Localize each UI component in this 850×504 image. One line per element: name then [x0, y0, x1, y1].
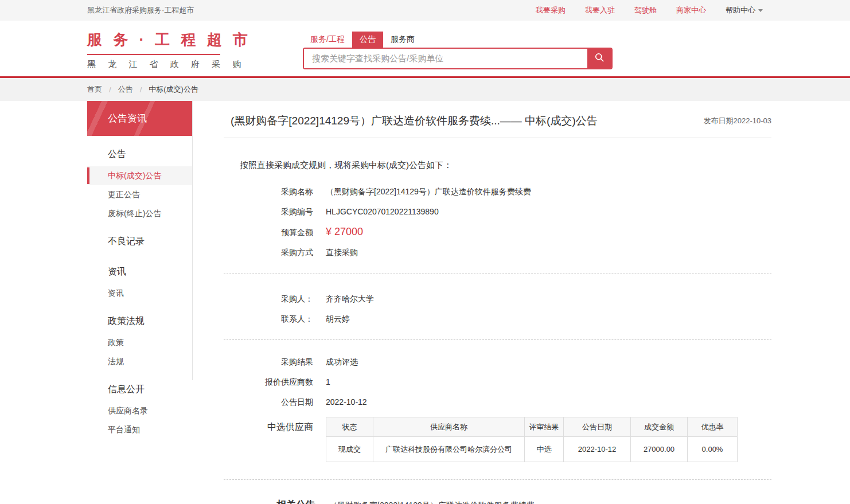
related-announcement-link[interactable]: （黑财购备字[2022]14129号）广联达造价软件服务费续费	[329, 501, 535, 504]
sidebar-heading-disclosure[interactable]: 信息公开	[87, 376, 192, 401]
publish-date: 发布日期2022-10-03	[704, 116, 772, 126]
field-value: （黑财购备字[2022]14129号）广联达造价软件服务费续费	[326, 186, 531, 197]
breadcrumb-home[interactable]: 首页	[87, 84, 102, 95]
section-result: 采购结果 成功评选 报价供应商数 1 公告日期 2022-10-12 中选供应商…	[224, 340, 771, 479]
article-head: (黑财购备字[2022]14129号）广联达造价软件服务费续...—— 中标(成…	[224, 101, 771, 138]
sidebar-heading-bad-records[interactable]: 不良记录	[87, 228, 192, 253]
sidebar-item-policy[interactable]: 政策	[87, 333, 192, 352]
search-block: 服务/工程 公告 服务商	[303, 32, 613, 69]
section-contact: 采购人： 齐齐哈尔大学 联系人： 胡云婷	[224, 274, 771, 339]
field-purchaser: 采购人： 齐齐哈尔大学	[240, 293, 771, 304]
search-input[interactable]	[304, 49, 587, 68]
logo-subtitle: 黑 龙 江 省 政 府 采 购	[87, 59, 220, 70]
site-name: 黑龙江省政府采购服务·工程超市	[87, 5, 194, 15]
link-i-want-to-join[interactable]: 我要入驻	[585, 5, 615, 15]
table-row: 现成交 广联达科技股份有限公司哈尔滨分公司 中选 2022-10-12 2700…	[326, 437, 738, 462]
link-i-want-to-procure[interactable]: 我要采购	[536, 5, 566, 15]
sidebar-heading-policies[interactable]: 政策法规	[87, 307, 192, 333]
col-supplier-name: 供应商名称	[373, 417, 525, 437]
breadcrumb-announcements[interactable]: 公告	[118, 84, 133, 95]
sidebar-item-award-announcements[interactable]: 中标(成交)公告	[87, 166, 192, 185]
col-discount-rate: 优惠率	[688, 417, 738, 437]
search-tab-suppliers[interactable]: 服务商	[383, 32, 422, 48]
field-label: 采购编号	[240, 206, 313, 217]
budget-amount-value: ¥ 27000	[326, 226, 363, 237]
breadcrumb-separator: /	[140, 85, 142, 94]
sidebar-group-disclosure: 信息公开 供应商名录 平台通知	[87, 376, 192, 439]
section-basic-info: 按照直接采购成交规则，现将采购中标(成交)公告如下： 采购名称 （黑财购备字[2…	[224, 138, 771, 273]
field-value: 胡云婷	[326, 313, 350, 325]
section-related: 相关公告 （黑财购备字[2022]14129号）广联达造价软件服务费续费	[224, 480, 771, 504]
field-value: 直接采购	[326, 247, 358, 258]
link-help-center[interactable]: 帮助中心	[726, 5, 763, 15]
col-review-result: 评审结果	[525, 417, 564, 437]
field-label: 采购人：	[240, 293, 313, 304]
field-value: 成功评选	[326, 356, 358, 368]
article: (黑财购备字[2022]14129号）广联达造价软件服务费续...—— 中标(成…	[224, 101, 771, 504]
sidebar-heading-news[interactable]: 资讯	[87, 258, 192, 284]
field-supplier-count: 报价供应商数 1	[240, 376, 771, 388]
field-procurement-number: 采购编号 HLJGCYC02070120221139890	[240, 206, 771, 217]
top-utility-bar: 黑龙江省政府采购服务·工程超市 我要采购 我要入驻 驾驶舱 商家中心 帮助中心	[0, 0, 850, 21]
selected-supplier-label: 中选供应商	[240, 421, 313, 433]
field-label: 采购结果	[240, 356, 313, 368]
breadcrumb: 首页 / 公告 / 中标(成交)公告	[0, 78, 850, 101]
sidebar-group-news: 资讯 资讯	[87, 258, 192, 303]
page-title: (黑财购备字[2022]14129号）广联达造价软件服务费续...—— 中标(成…	[231, 114, 598, 128]
breadcrumb-separator: /	[109, 85, 111, 94]
related-heading: 相关公告	[276, 498, 315, 504]
search-button[interactable]	[587, 49, 611, 68]
sidebar-item-correction-announcements[interactable]: 更正公告	[87, 185, 192, 204]
link-cockpit[interactable]: 驾驶舱	[634, 5, 657, 15]
field-label: 公告日期	[240, 396, 313, 408]
cell-status: 现成交	[326, 437, 373, 462]
field-procurement-result: 采购结果 成功评选	[240, 356, 771, 368]
supplier-table: 状态 供应商名称 评审结果 公告日期 成交金额 优惠率 现成交 广联达科技股份有…	[326, 417, 738, 462]
search-tab-services[interactable]: 服务/工程	[303, 32, 352, 48]
field-label: 联系人：	[240, 313, 313, 325]
selected-supplier-row: 中选供应商 状态 供应商名称 评审结果 公告日期 成交金额 优惠率	[240, 417, 771, 462]
chevron-down-icon	[758, 9, 763, 12]
sidebar-item-regulations[interactable]: 法规	[87, 352, 192, 371]
cell-supplier-name: 广联达科技股份有限公司哈尔滨分公司	[373, 437, 525, 462]
sidebar-group-announcements: 公告 中标(成交)公告 更正公告 废标(终止)公告	[87, 140, 192, 223]
sidebar-item-supplier-directory[interactable]: 供应商名录	[87, 401, 192, 420]
col-announcement-date: 公告日期	[564, 417, 631, 437]
sidebar-group-policies: 政策法规 政策 法规	[87, 307, 192, 371]
field-announcement-date: 公告日期 2022-10-12	[240, 396, 771, 408]
col-status: 状态	[326, 417, 373, 437]
cell-deal-amount: 27000.00	[631, 437, 688, 462]
sidebar: 公告资讯 公告 中标(成交)公告 更正公告 废标(终止)公告 不良记录 资讯 资…	[87, 101, 192, 439]
page-body: 公告资讯 公告 中标(成交)公告 更正公告 废标(终止)公告 不良记录 资讯 资…	[0, 101, 850, 504]
sidebar-item-platform-notices[interactable]: 平台通知	[87, 420, 192, 439]
field-budget-amount: 预算金额 ¥ 27000	[240, 226, 771, 238]
sidebar-heading-announcements[interactable]: 公告	[87, 140, 192, 166]
site-logo[interactable]: 服 务 · 工 程 超 市 黑 龙 江 省 政 府 采 购	[87, 30, 220, 70]
link-merchant-center[interactable]: 商家中心	[676, 5, 706, 15]
field-label: 采购方式	[240, 247, 313, 258]
cell-discount-rate: 0.00%	[688, 437, 738, 462]
field-value: HLJGCYC02070120221139890	[326, 206, 439, 217]
field-value: 1	[326, 376, 330, 388]
sidebar-header: 公告资讯	[87, 101, 192, 136]
search-bar	[303, 48, 613, 69]
help-center-label: 帮助中心	[726, 5, 755, 15]
sidebar-item-cancelled-announcements[interactable]: 废标(终止)公告	[87, 204, 192, 223]
cell-review-result: 中选	[525, 437, 564, 462]
field-procurement-name: 采购名称 （黑财购备字[2022]14129号）广联达造价软件服务费续费	[240, 186, 771, 197]
search-tab-announcements[interactable]: 公告	[352, 32, 383, 48]
intro-text: 按照直接采购成交规则，现将采购中标(成交)公告如下：	[240, 160, 771, 171]
field-label: 采购名称	[240, 186, 313, 197]
sidebar-item-news[interactable]: 资讯	[87, 284, 192, 303]
supplier-table-header-row: 状态 供应商名称 评审结果 公告日期 成交金额 优惠率	[326, 417, 738, 437]
field-label: 报价供应商数	[240, 376, 313, 388]
field-procurement-method: 采购方式 直接采购	[240, 247, 771, 258]
field-value: 2022-10-12	[326, 396, 367, 408]
breadcrumb-current: 中标(成交)公告	[149, 84, 198, 95]
field-label: 预算金额	[240, 226, 313, 238]
search-icon	[594, 52, 605, 65]
field-value: 齐齐哈尔大学	[326, 293, 374, 304]
cell-announcement-date: 2022-10-12	[564, 437, 631, 462]
logo-title: 服 务 · 工 程 超 市	[87, 30, 220, 55]
sidebar-group-bad-records: 不良记录	[87, 228, 192, 253]
